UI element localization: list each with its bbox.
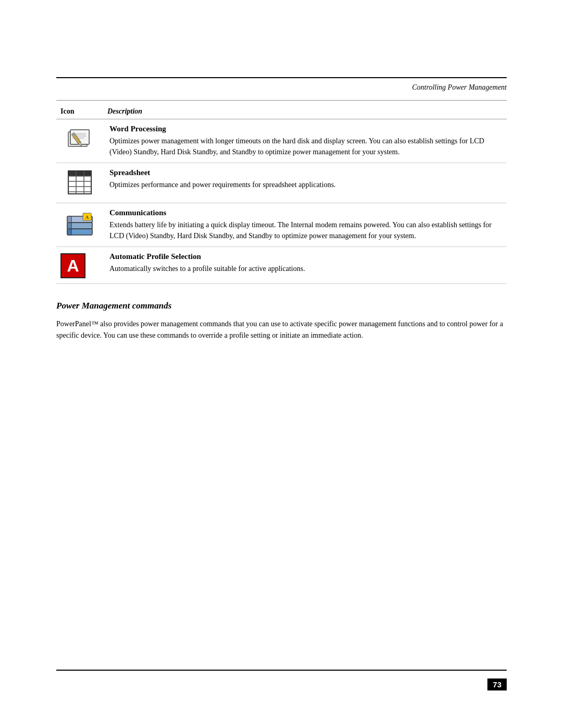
row-body-word-processing: Optimizes power management with longer t… <box>109 137 484 156</box>
auto-profile-icon: A <box>60 253 85 278</box>
table-row: A Automatic Profile Selection Automatica… <box>56 247 507 284</box>
svg-text:A: A <box>85 215 89 220</box>
icon-cell-word-processing <box>56 119 103 163</box>
section-heading: Power Management commands <box>56 301 507 311</box>
icon-cell-communications: A <box>56 203 103 247</box>
row-title-auto-profile: Automatic Profile Selection <box>109 252 503 261</box>
row-body-auto-profile: Automatically switches to a profile suit… <box>109 265 305 273</box>
page-number: 73 <box>487 678 507 690</box>
desc-cell-word-processing: Word Processing Optimizes power manageme… <box>103 119 507 163</box>
section-body: PowerPanel™ also provides power manageme… <box>56 318 507 342</box>
col-icon-header: Icon <box>56 104 103 119</box>
svg-rect-21 <box>67 216 71 223</box>
desc-cell-auto-profile: Automatic Profile Selection Automaticall… <box>103 247 507 284</box>
desc-cell-spreadsheet: Spreadsheet Optimizes performance and po… <box>103 163 507 203</box>
row-title-communications: Communications <box>109 208 503 217</box>
bottom-rule <box>56 670 507 671</box>
icon-table: Icon Description <box>56 104 507 284</box>
header-title: Controlling Power Management <box>412 83 507 91</box>
row-title-spreadsheet: Spreadsheet <box>109 168 503 177</box>
table-row: Word Processing Optimizes power manageme… <box>56 119 507 163</box>
table-row: A Communications Extends battery life by… <box>56 203 507 247</box>
desc-cell-communications: Communications Extends battery life by i… <box>103 203 507 247</box>
row-body-communications: Extends battery life by initiating a qui… <box>109 221 492 240</box>
table-row: Spreadsheet Optimizes performance and po… <box>56 163 507 203</box>
svg-rect-19 <box>67 223 71 229</box>
spreadsheet-icon <box>67 169 93 195</box>
communications-icon: A <box>65 211 94 238</box>
header-rule <box>56 100 507 101</box>
top-rule <box>56 77 507 78</box>
page-header: Controlling Power Management <box>56 83 507 92</box>
svg-rect-17 <box>67 229 71 235</box>
page-container: Controlling Power Management Icon Descri… <box>0 0 563 728</box>
icon-cell-spreadsheet <box>56 163 103 203</box>
icon-cell-auto-profile: A <box>56 247 103 284</box>
content-area: Icon Description <box>56 104 507 655</box>
svg-rect-9 <box>68 171 91 176</box>
word-processing-icon <box>65 128 94 154</box>
row-title-word-processing: Word Processing <box>109 125 503 133</box>
row-body-spreadsheet: Optimizes performance and power requirem… <box>109 181 336 189</box>
col-desc-header: Description <box>103 104 507 119</box>
